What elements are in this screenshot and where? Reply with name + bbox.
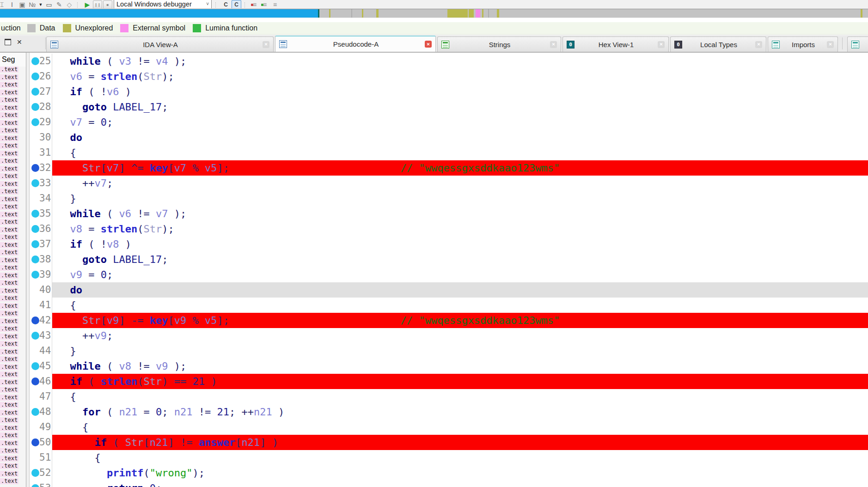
segment-item[interactable]: .text — [0, 112, 18, 118]
breakpoint-dot[interactable] — [31, 240, 39, 248]
breakpoint-dot[interactable] — [31, 377, 39, 385]
breakpoint-dot[interactable] — [31, 469, 39, 477]
code-line[interactable]: if ( !v8 ) — [52, 237, 868, 252]
tab-close-icon[interactable]: ✕ — [658, 41, 665, 48]
code-line[interactable]: v7 = 0; — [52, 115, 868, 130]
segment-item[interactable]: .text — [0, 303, 18, 309]
panel-splitter[interactable] — [26, 53, 30, 487]
breakpoint-dot[interactable] — [31, 164, 39, 172]
tab-close-icon[interactable]: ✕ — [425, 41, 432, 48]
column-tool-icon[interactable]: ⌶ — [0, 0, 7, 9]
code-line[interactable]: goto LABEL_17; — [52, 99, 868, 115]
tab-pseudocode-a[interactable]: Pseudocode-A✕ — [275, 36, 436, 52]
segment-item[interactable]: .text — [0, 67, 18, 73]
tab-partial[interactable] — [847, 37, 868, 52]
trace-list-green-icon[interactable]: ≡ — [260, 0, 270, 9]
segment-item[interactable]: .text — [0, 151, 18, 157]
breakpoint-dot[interactable] — [31, 179, 39, 187]
segment-item[interactable]: .text — [0, 417, 18, 423]
breakpoint-dot[interactable] — [31, 484, 39, 487]
code-line[interactable]: { — [52, 420, 868, 435]
segment-item[interactable]: .text — [0, 463, 18, 469]
breakpoint-dot[interactable] — [31, 256, 39, 263]
segment-item[interactable]: .text — [0, 74, 18, 80]
segment-item[interactable]: .text — [0, 364, 18, 370]
code-line[interactable]: while ( v8 != v9 ); — [52, 359, 868, 374]
stop-process-icon[interactable]: ■ — [103, 0, 112, 9]
code-line[interactable]: v6 = strlen(Str); — [52, 69, 868, 84]
code-line[interactable]: do — [52, 130, 868, 145]
rename-tool-icon[interactable]: ▣ — [17, 0, 27, 9]
tab-hex-view-1[interactable]: 0Hex View-1✕ — [562, 37, 669, 52]
segment-item[interactable]: .text — [0, 143, 18, 149]
breakpoint-dot[interactable] — [31, 332, 39, 340]
segment-item[interactable]: .text — [0, 120, 18, 126]
segment-item[interactable]: .text — [0, 456, 18, 462]
breakpoint-dot[interactable] — [31, 103, 39, 111]
code-line[interactable]: for ( n21 = 0; n21 != 21; ++n21 ) — [52, 404, 868, 420]
segment-item[interactable]: .text — [0, 135, 18, 141]
segment-item[interactable]: .text — [0, 280, 18, 286]
code-line[interactable]: v8 = strlen(Str); — [52, 221, 868, 237]
debugger-selector[interactable]: Local Windows debugger˅ — [114, 0, 212, 9]
code-line[interactable]: if ( strlen(Str) == 21 ) — [52, 374, 868, 389]
segment-item[interactable]: .text — [0, 387, 18, 393]
segment-item[interactable]: .text — [0, 257, 18, 263]
segment-item[interactable]: .text — [0, 265, 18, 271]
segment-item[interactable]: .text — [0, 432, 18, 438]
segment-item[interactable]: .text — [0, 371, 18, 377]
code-line[interactable]: } — [52, 343, 868, 359]
tab-close-icon[interactable]: ✕ — [263, 41, 269, 48]
segment-item[interactable]: .text — [0, 334, 18, 340]
breakpoint-dot[interactable] — [31, 57, 39, 65]
code-line[interactable]: Str[v7] ^= key[v7 % v5]; // "wwqessgxsdd… — [52, 160, 868, 176]
code-line[interactable]: return 0; — [52, 481, 868, 487]
number-format-icon[interactable]: № — [27, 0, 37, 9]
segment-item[interactable]: .text — [0, 318, 18, 324]
breakpoint-dot[interactable] — [31, 362, 39, 370]
segment-item[interactable]: .text — [0, 310, 18, 317]
navigation-band[interactable] — [0, 9, 868, 18]
segment-item[interactable]: .text — [0, 273, 18, 279]
segment-item[interactable]: .text — [0, 440, 18, 446]
code-line[interactable]: ++v9; — [52, 328, 868, 343]
tab-local-types[interactable]: 0Local Types✕ — [670, 37, 766, 52]
segment-item[interactable]: .text — [0, 181, 18, 187]
code-line[interactable]: while ( v3 != v4 ); — [52, 54, 868, 69]
open-c-file-button[interactable]: C — [221, 0, 231, 9]
breakpoint-dot[interactable] — [31, 408, 39, 416]
segment-item[interactable]: .text — [0, 166, 18, 172]
segment-item[interactable]: .text — [0, 204, 18, 210]
code-line[interactable]: { — [52, 450, 868, 465]
breakpoint-dot[interactable] — [31, 88, 39, 96]
trace-list-gray-icon[interactable]: ≡ — [270, 0, 280, 9]
segment-item[interactable]: .text — [0, 158, 18, 164]
float-panel-icon[interactable] — [5, 39, 11, 45]
segment-item[interactable]: .text — [0, 425, 18, 431]
window-tool-icon[interactable]: ▭ — [44, 0, 54, 9]
code-line[interactable]: if ( Str[n21] != answer[n21] ) — [52, 435, 868, 450]
code-line[interactable]: { — [52, 298, 868, 313]
segment-item[interactable]: .text — [0, 212, 18, 218]
breakpoint-dot[interactable] — [31, 225, 39, 233]
code-line[interactable]: if ( !v6 ) — [52, 84, 868, 99]
segment-item[interactable]: .text — [0, 326, 18, 332]
code-line[interactable]: printf("wrong"); — [52, 465, 868, 481]
breakpoint-dot[interactable] — [31, 118, 39, 126]
code-line[interactable]: while ( v6 != v7 ); — [52, 206, 868, 221]
tab-strings[interactable]: Strings✕ — [437, 37, 561, 52]
segment-item[interactable]: .text — [0, 402, 18, 408]
close-panel-icon[interactable]: ✕ — [17, 39, 22, 45]
pillar-tool-icon[interactable]: I — [7, 0, 17, 9]
segment-item[interactable]: .text — [0, 448, 18, 454]
location-diamond-icon[interactable]: ◇ — [64, 0, 74, 9]
tab-ida-view-a[interactable]: IDA View-A✕ — [46, 37, 274, 52]
segment-item[interactable]: .text — [0, 90, 18, 96]
pause-process-icon[interactable]: ❙❙ — [93, 0, 102, 9]
code-line[interactable]: { — [52, 389, 868, 404]
code-line[interactable]: goto LABEL_17; — [52, 252, 868, 267]
segment-item[interactable]: .text — [0, 295, 18, 301]
breakpoint-dot[interactable] — [31, 317, 39, 324]
dropdown-arrow-icon[interactable]: ▼ — [37, 0, 44, 9]
segment-item[interactable]: .text — [0, 471, 18, 477]
